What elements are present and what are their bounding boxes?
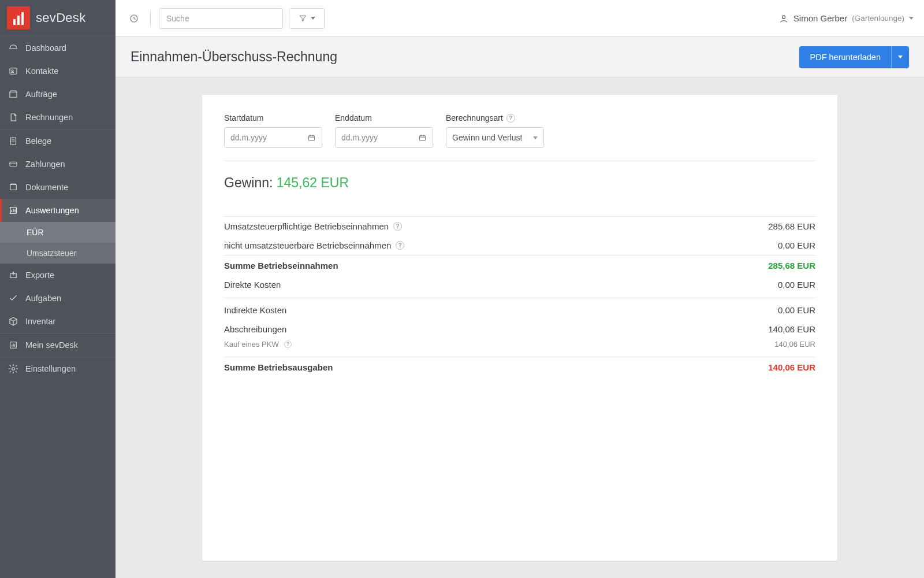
row-label: Umsatzsteuerpflichtige Betriebseinnahmen <box>224 221 389 231</box>
sidebar-item-label: Auswertungen <box>25 206 79 215</box>
help-icon[interactable]: ? <box>396 241 404 250</box>
sidebar-item-label: Rechnungen <box>25 113 73 122</box>
tasks-icon <box>8 293 18 303</box>
sidebar-item-belege[interactable]: Belege <box>0 129 116 153</box>
dashboard-icon <box>8 43 18 53</box>
report-row: Direkte Kosten 0,00 EUR <box>224 275 815 294</box>
documents-icon <box>8 182 18 192</box>
download-pdf-split-button: PDF herunterladen <box>799 46 909 68</box>
report-row: Abschreibungen 140,06 EUR <box>224 320 815 339</box>
divider <box>150 10 151 27</box>
row-value: 285,68 EUR <box>768 221 815 231</box>
field-label: Berechnungsart ? <box>446 113 544 123</box>
sidebar-item-dokumente[interactable]: Dokumente <box>0 176 116 199</box>
calendar-icon <box>307 134 316 142</box>
report-row-sum-expense: Summe Betriebsausgaben 140,06 EUR <box>224 357 815 377</box>
search-input[interactable] <box>159 8 283 29</box>
help-icon[interactable]: ? <box>284 340 292 348</box>
field-label-text: Berechnungsart <box>446 113 503 123</box>
sidebar-item-label: Zahlungen <box>25 160 65 169</box>
sidebar-item-label: Aufträge <box>25 90 57 99</box>
row-label: Indirekte Kosten <box>224 305 286 315</box>
help-icon[interactable]: ? <box>506 114 515 123</box>
invoices-icon <box>8 112 18 123</box>
gear-icon <box>8 364 18 374</box>
page-title: Einnahmen-Überschuss-Rechnung <box>131 49 337 65</box>
report-row: Umsatzsteuerpflichtige Betriebseinnahmen… <box>224 217 815 236</box>
contacts-icon <box>8 66 18 76</box>
svg-point-1 <box>12 70 13 72</box>
sidebar-item-auftraege[interactable]: Aufträge <box>0 83 116 106</box>
select-value: Gewinn und Verlust <box>452 133 522 142</box>
sidebar-item-label: Kontakte <box>25 66 58 76</box>
topbar: Simon Gerber (Gartenlounge) <box>116 0 924 37</box>
filter-button[interactable] <box>289 8 325 29</box>
logo-icon <box>7 6 30 29</box>
sidebar-item-label: Mein sevDesk <box>25 340 78 350</box>
sidebar-item-label: Dokumente <box>25 183 68 192</box>
row-label: Summe Betriebseinnahmen <box>224 261 338 271</box>
sidebar-item-exporte[interactable]: Exporte <box>0 264 116 287</box>
profit-label: Gewinn: <box>224 175 273 190</box>
row-value: 0,00 EUR <box>778 280 815 290</box>
sidebar-subitem-euer[interactable]: EÜR <box>0 222 116 243</box>
row-value: 0,00 EUR <box>778 240 815 250</box>
orders-icon <box>8 89 18 99</box>
row-value: 0,00 EUR <box>778 305 815 315</box>
end-date-input[interactable]: dd.m.yyyy <box>335 127 433 148</box>
sidebar-item-label: Einstellungen <box>25 364 76 373</box>
svg-point-8 <box>12 368 15 370</box>
funnel-icon <box>299 14 307 23</box>
sidebar-item-auswertungen[interactable]: Auswertungen <box>0 199 116 222</box>
svg-rect-12 <box>420 135 426 140</box>
row-value: 140,06 EUR <box>768 324 815 334</box>
clock-icon <box>129 13 139 24</box>
report-row: Indirekte Kosten 0,00 EUR <box>224 301 815 320</box>
row-label: Kauf eines PKW <box>224 340 279 349</box>
svg-point-10 <box>782 16 785 18</box>
button-label: PDF herunterladen <box>810 53 881 62</box>
date-placeholder: dd.m.yyyy <box>230 133 267 142</box>
sidebar-item-inventar[interactable]: Inventar <box>0 310 116 333</box>
chevron-down-icon <box>909 17 914 20</box>
sidebar-item-label: Umsatzsteuer <box>27 249 76 258</box>
history-button[interactable] <box>126 10 142 27</box>
row-label: nicht umsatzsteuerbare Betriebseinnahmen <box>224 240 391 250</box>
field-enddatum: Enddatum dd.m.yyyy <box>335 113 433 148</box>
reports-icon <box>8 205 18 216</box>
sidebar-item-dashboard[interactable]: Dashboard <box>0 36 116 60</box>
start-date-input[interactable]: dd.m.yyyy <box>224 127 322 148</box>
download-pdf-caret[interactable] <box>892 46 909 68</box>
svg-rect-4 <box>10 185 17 190</box>
calc-type-select[interactable]: Gewinn und Verlust <box>446 127 544 148</box>
exports-icon <box>8 270 18 280</box>
sidebar-item-kontakte[interactable]: Kontakte <box>0 60 116 83</box>
company-name: (Gartenlounge) <box>852 14 904 23</box>
row-value: 140,06 EUR <box>774 340 815 349</box>
row-value: 285,68 EUR <box>768 261 815 271</box>
sidebar-item-aufgaben[interactable]: Aufgaben <box>0 287 116 310</box>
sidebar-item-label: Aufgaben <box>25 294 61 303</box>
help-icon[interactable]: ? <box>393 222 402 231</box>
filter-row: Startdatum dd.m.yyyy Enddatum dd.m.yyyy <box>224 113 815 161</box>
chevron-down-icon <box>533 136 538 139</box>
sidebar-item-label: Dashboard <box>25 43 66 53</box>
sidebar-item-zahlungen[interactable]: Zahlungen <box>0 153 116 176</box>
sidebar-subitem-umsatzsteuer[interactable]: Umsatzsteuer <box>0 243 116 264</box>
svg-rect-11 <box>309 135 315 140</box>
sidebar-item-mein-sevdesk[interactable]: Mein sevDesk <box>0 334 116 357</box>
row-label: Abschreibungen <box>224 324 286 334</box>
report-table: Umsatzsteuerpflichtige Betriebseinnahmen… <box>224 216 815 377</box>
download-pdf-button[interactable]: PDF herunterladen <box>799 46 892 68</box>
field-label: Enddatum <box>335 113 433 123</box>
field-label: Startdatum <box>224 113 322 123</box>
inventory-icon <box>8 316 18 327</box>
sidebar: sevDesk Dashboard Kontakte Aufträge Rech… <box>0 0 116 578</box>
sidebar-item-einstellungen[interactable]: Einstellungen <box>0 357 116 380</box>
chevron-down-icon <box>898 55 903 58</box>
sidebar-item-rechnungen[interactable]: Rechnungen <box>0 106 116 129</box>
content: Startdatum dd.m.yyyy Enddatum dd.m.yyyy <box>116 77 924 578</box>
logo[interactable]: sevDesk <box>0 0 116 36</box>
sidebar-item-label: EÜR <box>27 228 44 237</box>
user-menu[interactable]: Simon Gerber (Gartenlounge) <box>778 13 914 24</box>
